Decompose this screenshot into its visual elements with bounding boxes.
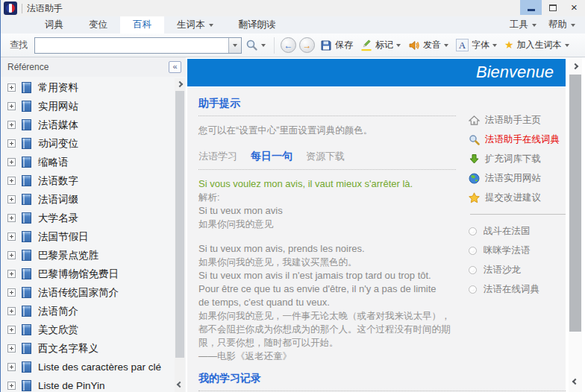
expand-icon[interactable] <box>7 102 16 110</box>
chevron-up-icon <box>177 81 183 87</box>
tree-item[interactable]: 大学名录 <box>1 209 174 227</box>
link-site-mimi-french[interactable]: 咪咪学法语 <box>469 241 566 260</box>
speaker-icon <box>408 39 420 51</box>
expand-icon[interactable] <box>7 344 16 353</box>
expand-icon[interactable] <box>7 214 16 222</box>
link-useful-websites[interactable]: 法语实用网站 <box>469 168 566 188</box>
tab-encyclopedia[interactable]: 百科 <box>120 16 164 34</box>
add-to-wordbook-button[interactable]: 加入生词本 <box>501 36 573 55</box>
search-input[interactable] <box>35 38 228 53</box>
scroll-up-button[interactable] <box>569 60 582 72</box>
content-scrollbar[interactable] <box>569 57 582 392</box>
tab-french-study[interactable]: 法语学习 <box>198 150 237 163</box>
tree-item[interactable]: 法语传统国家简介 <box>1 283 174 302</box>
tree-item[interactable]: 巴黎景点览胜 <box>1 246 174 265</box>
find-label: 查找 <box>10 39 28 51</box>
font-button[interactable]: 字体 <box>452 36 501 55</box>
link-label: 法语实用网站 <box>485 172 541 185</box>
maximize-button[interactable] <box>542 0 563 15</box>
scrollbar-thumb[interactable] <box>175 91 184 358</box>
search-dropdown-button[interactable] <box>228 38 241 53</box>
tools-menu[interactable]: 工具 <box>504 19 542 31</box>
search-combo <box>34 37 242 54</box>
daily-line: ——电影《返老还童》 <box>198 350 566 363</box>
tree-item[interactable]: 法语数字 <box>1 171 174 190</box>
expand-icon[interactable] <box>7 83 16 92</box>
tree-item[interactable]: 缩略语 <box>1 153 174 171</box>
link-dictionary-download[interactable]: 扩充词库下载 <box>469 149 566 168</box>
tree-item[interactable]: Liste de PinYin <box>1 376 174 392</box>
link-site-online-dictionary[interactable]: 法语在线词典 <box>469 279 566 299</box>
menubar-right: 工具 帮助 <box>504 16 581 34</box>
tree-item-label: 西文名字释义 <box>38 342 98 355</box>
daily-line: 如果你问我的意见，一件事无论太晚（或者对我来说太早）， <box>198 309 566 323</box>
link-site-combats-en-france[interactable]: 战斗在法国 <box>469 221 566 241</box>
tree-item[interactable]: Liste des caractères par clé <box>1 358 174 376</box>
expand-icon[interactable] <box>7 382 16 390</box>
scroll-down-button[interactable] <box>175 379 185 391</box>
tree-item[interactable]: 实用网站 <box>1 97 174 116</box>
expand-icon[interactable] <box>7 363 16 371</box>
scrollbar-thumb[interactable] <box>569 75 581 332</box>
tab-wordbook[interactable]: 生词本 <box>164 16 226 34</box>
chevron-down-icon <box>396 44 401 47</box>
back-button[interactable] <box>281 37 296 53</box>
tab-translate-read[interactable]: 翻译朗读 <box>226 16 289 34</box>
maximize-icon <box>549 4 557 11</box>
book-icon <box>22 212 31 224</box>
expand-icon[interactable] <box>7 307 16 315</box>
minimize-button[interactable] <box>520 0 542 15</box>
tab-dictionary[interactable]: 词典 <box>32 16 76 34</box>
chevron-down-icon <box>565 44 569 47</box>
records-heading: 我的学习记录 <box>198 372 566 391</box>
tree-item[interactable]: 动词变位 <box>1 134 174 153</box>
tab-resource-download[interactable]: 资源下载 <box>306 150 345 163</box>
pronounce-label: 发音 <box>423 39 441 51</box>
sidebar-scrollbar[interactable] <box>175 78 185 392</box>
tree-item[interactable]: 常用资料 <box>1 78 174 97</box>
help-menu[interactable]: 帮助 <box>543 19 581 31</box>
link-homepage[interactable]: 法语助手主页 <box>469 110 566 130</box>
tree-item[interactable]: 巴黎博物馆免费日 <box>1 265 174 283</box>
expand-icon[interactable] <box>7 326 16 334</box>
link-online-dictionary[interactable]: 法语助手在线词典 <box>469 130 566 149</box>
mark-button[interactable]: 标记 <box>357 36 404 55</box>
expand-icon[interactable] <box>7 233 16 241</box>
book-icon <box>22 250 31 261</box>
expand-icon[interactable] <box>7 139 16 148</box>
forward-button[interactable] <box>299 37 315 53</box>
pronounce-button[interactable]: 发音 <box>404 36 452 55</box>
tree-item[interactable]: 法语媒体 <box>1 116 174 134</box>
tree-item-label: 常用资料 <box>38 81 78 95</box>
expand-icon[interactable] <box>7 251 16 259</box>
tree-item[interactable]: 法语简介 <box>1 302 174 320</box>
save-button[interactable]: 保存 <box>316 36 357 55</box>
welcome-banner: Bienvenue <box>187 59 566 86</box>
expand-icon[interactable] <box>7 177 16 185</box>
collapse-sidebar-button[interactable] <box>169 61 181 73</box>
scroll-down-button[interactable] <box>569 376 582 388</box>
expand-icon[interactable] <box>7 195 16 203</box>
link-submit-suggestions[interactable]: 提交改进建议 <box>469 188 566 207</box>
search-button[interactable] <box>242 36 269 55</box>
tree-item[interactable]: 法语词缀 <box>1 190 174 209</box>
tab-label: 生词本 <box>177 19 205 31</box>
scroll-up-button[interactable] <box>175 78 185 90</box>
forward-arrow-icon <box>303 40 312 51</box>
expand-icon[interactable] <box>7 288 16 297</box>
main-tab-bar: 词典 变位 百科 生词本 翻译朗读 工具 帮助 <box>1 16 585 34</box>
expand-icon[interactable] <box>7 158 16 166</box>
tree-item[interactable]: 西文名字释义 <box>1 339 174 358</box>
close-button[interactable] <box>563 0 585 15</box>
tab-conjugation[interactable]: 变位 <box>76 16 120 34</box>
tab-daily-sentence[interactable]: 每日一句 <box>251 150 292 163</box>
tips-heading: 助手提示 <box>198 97 456 116</box>
toolbar-separator <box>274 37 275 54</box>
link-site-french-salon[interactable]: 法语沙龙 <box>469 260 566 279</box>
tab-label: 变位 <box>89 19 107 31</box>
tree-item[interactable]: 美文欣赏 <box>1 320 174 339</box>
expand-icon[interactable] <box>7 270 16 278</box>
tree-item[interactable]: 法国节假日 <box>1 227 174 246</box>
reference-sidebar: Référence 常用资料 实用网站 法语媒体 动词变位 缩略语 法语数字 法… <box>1 57 186 392</box>
expand-icon[interactable] <box>7 121 16 129</box>
